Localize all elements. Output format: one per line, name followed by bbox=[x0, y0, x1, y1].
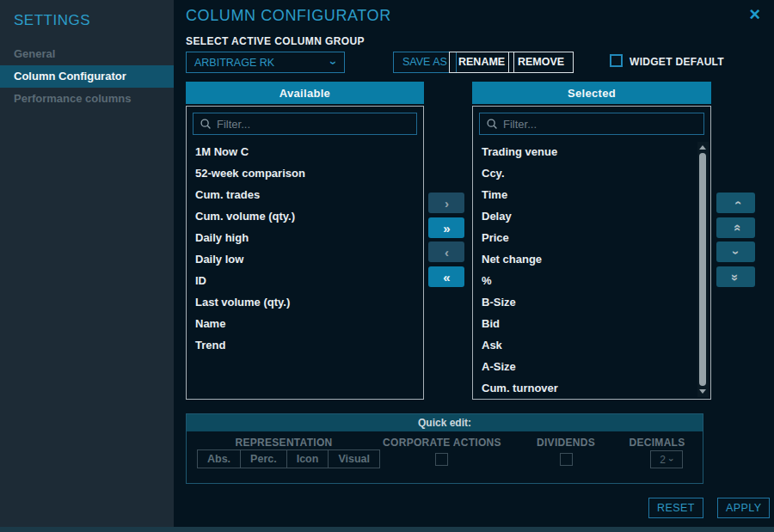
selected-list-box: Trading venue Ccy. Time Delay Price Net … bbox=[472, 106, 711, 400]
close-icon[interactable]: × bbox=[749, 5, 760, 24]
window-bottom-edge bbox=[0, 527, 774, 532]
chevron-left-icon: ‹ bbox=[445, 245, 448, 260]
decimals-label: DECIMALS bbox=[629, 437, 685, 449]
selected-list-item[interactable]: Ccy. bbox=[473, 162, 697, 184]
available-panel-header: Available bbox=[186, 82, 424, 104]
double-chevron-up-icon: » bbox=[728, 224, 743, 230]
available-filter bbox=[193, 113, 417, 135]
available-list-item[interactable]: 1M Now C bbox=[187, 141, 423, 162]
move-down-button[interactable]: › bbox=[716, 242, 755, 262]
selected-list-item[interactable]: Net change bbox=[473, 248, 697, 270]
move-all-left-button[interactable]: « bbox=[428, 266, 464, 287]
selected-list-item[interactable]: A-Size bbox=[473, 356, 697, 377]
available-list-item[interactable]: 52-week comparison bbox=[187, 162, 423, 184]
double-chevron-right-icon: » bbox=[443, 221, 449, 235]
representation-button-group: Abs. Perc. Icon Visual bbox=[197, 449, 380, 468]
dividends-checkbox[interactable] bbox=[560, 453, 573, 466]
selected-list-item[interactable]: Bid bbox=[473, 313, 697, 334]
chevron-right-icon: › bbox=[445, 196, 448, 211]
selected-panel: Selected Trading venue Ccy. T bbox=[472, 82, 711, 400]
selected-filter bbox=[479, 113, 704, 135]
widget-default-label: WIDGET DEFAULT bbox=[630, 56, 724, 68]
move-up-button[interactable]: › bbox=[716, 193, 755, 213]
scrollbar-thumb[interactable] bbox=[699, 153, 706, 386]
chevron-down-icon: › bbox=[728, 250, 743, 254]
available-list-item[interactable]: Daily low bbox=[187, 248, 423, 270]
move-to-top-button[interactable]: » bbox=[716, 217, 755, 238]
decimals-value: 2 bbox=[660, 454, 666, 466]
scroll-down-icon[interactable] bbox=[699, 389, 706, 394]
available-list-box: 1M Now C 52-week comparison Cum. trades … bbox=[186, 106, 424, 400]
sidebar-item-column-configurator[interactable]: Column Configurator bbox=[0, 65, 174, 88]
available-list: 1M Now C 52-week comparison Cum. trades … bbox=[187, 141, 423, 356]
dividends-label: DIVIDENDS bbox=[537, 437, 595, 449]
save-as-button[interactable]: SAVE AS bbox=[393, 52, 457, 73]
available-list-item[interactable]: Name bbox=[187, 313, 423, 334]
selected-panel-header: Selected bbox=[472, 82, 711, 104]
selected-list-item[interactable]: Time bbox=[473, 184, 697, 205]
available-list-item[interactable]: Trend bbox=[187, 334, 423, 356]
chevron-up-icon: › bbox=[728, 201, 743, 205]
representation-abs-button[interactable]: Abs. bbox=[198, 450, 241, 468]
page-title: COLUMN CONFIGURATOR bbox=[186, 7, 391, 25]
sidebar-item-performance-columns[interactable]: Performance columns bbox=[0, 88, 174, 110]
move-right-button[interactable]: › bbox=[428, 193, 464, 213]
apply-button[interactable]: APPLY bbox=[717, 498, 770, 518]
chevron-down-icon: › bbox=[328, 60, 341, 64]
sidebar-title: SETTINGS bbox=[14, 12, 174, 29]
quick-edit-header: Quick edit: bbox=[187, 414, 703, 431]
selected-filter-input[interactable] bbox=[503, 118, 697, 131]
representation-label: REPRESENTATION bbox=[235, 437, 332, 449]
move-to-bottom-button[interactable]: » bbox=[716, 266, 755, 287]
available-filter-input[interactable] bbox=[217, 118, 410, 131]
available-list-item[interactable]: Cum. trades bbox=[187, 184, 423, 205]
active-column-group-label: SELECT ACTIVE COLUMN GROUP bbox=[186, 35, 365, 47]
selected-list-item[interactable]: Cum. turnover bbox=[473, 377, 697, 399]
settings-window: SETTINGS General Column Configurator Per… bbox=[0, 0, 774, 532]
search-icon bbox=[200, 118, 212, 130]
scroll-up-icon[interactable] bbox=[699, 145, 706, 150]
move-all-right-button[interactable]: » bbox=[428, 217, 464, 238]
sidebar-nav: General Column Configurator Performance … bbox=[0, 43, 174, 110]
rename-button[interactable]: RENAME bbox=[449, 52, 514, 73]
selected-list-scrollbar[interactable] bbox=[697, 142, 709, 397]
available-list-item[interactable]: Daily high bbox=[187, 227, 423, 248]
widget-default-checkbox[interactable] bbox=[610, 54, 623, 67]
corporate-actions-label: CORPORATE ACTIONS bbox=[383, 437, 501, 449]
available-list-item[interactable]: Last volume (qty.) bbox=[187, 291, 423, 313]
double-chevron-down-icon: » bbox=[728, 273, 743, 279]
reset-button[interactable]: RESET bbox=[648, 498, 703, 518]
selected-list: Trading venue Ccy. Time Delay Price Net … bbox=[473, 141, 697, 399]
available-list-item[interactable]: ID bbox=[187, 270, 423, 291]
move-left-button[interactable]: ‹ bbox=[428, 242, 464, 262]
representation-visual-button[interactable]: Visual bbox=[329, 450, 379, 468]
quick-edit-panel: Quick edit: REPRESENTATION CORPORATE ACT… bbox=[186, 413, 703, 484]
double-chevron-left-icon: « bbox=[443, 270, 449, 284]
sidebar-item-general[interactable]: General bbox=[0, 43, 174, 65]
selected-list-item[interactable]: Trading venue bbox=[473, 141, 697, 162]
decimals-dropdown[interactable]: 2 › bbox=[650, 450, 683, 468]
sidebar: SETTINGS General Column Configurator Per… bbox=[0, 0, 174, 527]
representation-perc-button[interactable]: Perc. bbox=[241, 450, 287, 468]
selected-list-item[interactable]: B-Size bbox=[473, 291, 697, 313]
search-icon bbox=[486, 118, 498, 130]
selected-list-item[interactable]: % bbox=[473, 270, 697, 291]
corporate-actions-checkbox[interactable] bbox=[435, 453, 448, 466]
selected-list-item[interactable]: Delay bbox=[473, 205, 697, 227]
column-group-value: ARBITRAGE RK bbox=[194, 57, 274, 69]
remove-button[interactable]: REMOVE bbox=[508, 52, 574, 73]
available-panel: Available 1M Now C 52-week comparison bbox=[186, 82, 424, 400]
available-list-item[interactable]: Cum. volume (qty.) bbox=[187, 205, 423, 227]
column-group-dropdown[interactable]: ARBITRAGE RK › bbox=[186, 52, 345, 73]
representation-icon-button[interactable]: Icon bbox=[287, 450, 329, 468]
chevron-down-icon: › bbox=[666, 458, 677, 462]
selected-list-item[interactable]: Price bbox=[473, 227, 697, 248]
selected-list-item[interactable]: Ask bbox=[473, 334, 697, 356]
column-configurator-panel: COLUMN CONFIGURATOR × SELECT ACTIVE COLU… bbox=[174, 0, 774, 527]
